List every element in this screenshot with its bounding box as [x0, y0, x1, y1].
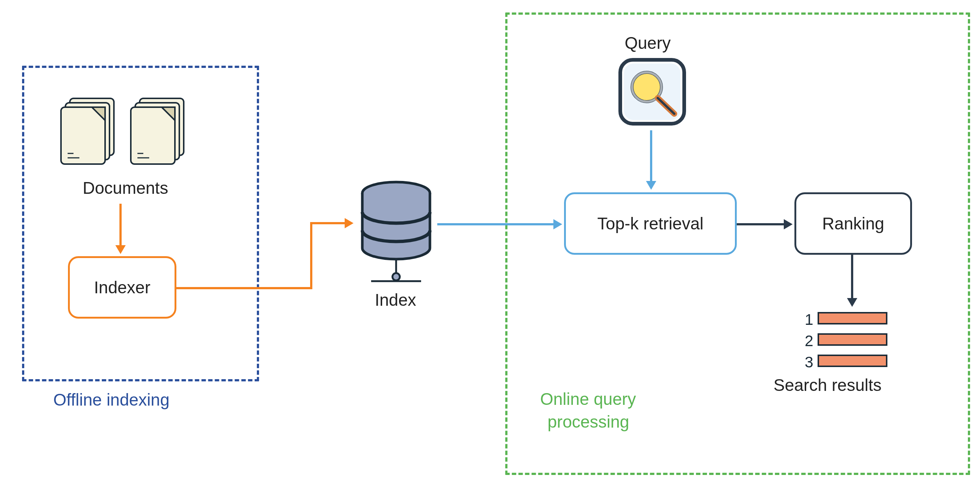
result-bar-1: [818, 312, 888, 325]
result-rank-2: 2: [805, 332, 813, 350]
search-results-label: Search results: [773, 375, 881, 395]
arrow-indexer-to-index-seg3: [310, 222, 345, 224]
result-bar-2: [818, 333, 888, 346]
arrowhead-documents-to-indexer: [115, 245, 126, 254]
query-label: Query: [625, 33, 671, 53]
arrowhead-topk-to-ranking: [784, 219, 792, 229]
offline-indexing-caption: Offline indexing: [53, 390, 169, 410]
indexer-node: Indexer: [68, 256, 177, 319]
topk-retrieval-node: Top-k retrieval: [564, 192, 737, 255]
database-icon: [356, 179, 436, 297]
arrow-query-to-topk: [650, 130, 652, 182]
arrow-documents-to-indexer: [119, 204, 122, 246]
arrow-index-to-topk: [437, 223, 554, 225]
result-bar-3: [818, 355, 888, 367]
index-label: Index: [375, 290, 416, 310]
indexer-label: Indexer: [94, 278, 150, 297]
online-processing-caption-line2: processing: [547, 412, 629, 431]
result-rank-3: 3: [805, 354, 813, 371]
arrow-indexer-to-index-seg2: [310, 222, 312, 289]
svg-point-14: [393, 273, 400, 281]
ranking-node: Ranking: [794, 192, 912, 255]
arrowhead-ranking-to-results: [847, 298, 857, 307]
online-processing-caption-line1: Online query: [540, 389, 636, 409]
topk-label: Top-k retrieval: [598, 214, 704, 233]
diagram-stage: Documents Indexer Index Query: [0, 0, 980, 479]
documents-label: Documents: [83, 178, 168, 198]
svg-rect-6: [131, 107, 175, 164]
arrow-indexer-to-index-seg1: [177, 287, 312, 289]
ranking-label: Ranking: [822, 214, 885, 233]
arrow-ranking-to-results: [851, 255, 853, 299]
result-rank-1: 1: [805, 311, 813, 328]
magnifier-icon: [617, 57, 687, 127]
arrowhead-index-to-topk: [554, 219, 562, 229]
arrow-topk-to-ranking: [737, 223, 784, 225]
documents-icon: [55, 95, 191, 176]
svg-rect-2: [61, 107, 105, 164]
arrowhead-indexer-to-index: [345, 218, 353, 228]
arrowhead-query-to-topk: [646, 181, 656, 190]
